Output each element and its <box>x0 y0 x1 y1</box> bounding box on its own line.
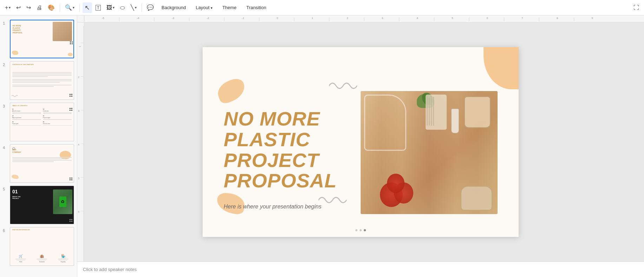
svg-text:-1: -1 <box>242 17 244 20</box>
maximize-button[interactable]: ⛶ <box>631 3 641 12</box>
layout-button[interactable]: Layout ▾ <box>191 3 217 12</box>
slide-thumb-content: TABLE OF CONTENTS 01About the project 04… <box>10 103 74 141</box>
svg-text:-5: -5 <box>102 17 105 20</box>
slide-thumb-content: CONTENTS OF THIS TEMPLATE <box>10 62 74 99</box>
slide-item[interactable]: 3 TABLE OF CONTENTS 01About the project … <box>0 101 77 143</box>
slide-thumbnail[interactable]: CONTENTS OF THIS TEMPLATE <box>10 61 74 100</box>
ruler-left-svg: 1 2 3 4 5 6 <box>77 26 84 262</box>
slide-thumb-content: WHAT WE ARE WORKING ON 🛒 Retail 🏨 <box>10 227 74 265</box>
title-line1: NO MORE <box>224 109 337 129</box>
ruler-left: 1 2 3 4 5 6 <box>77 22 84 262</box>
redo-icon: ↪ <box>26 4 31 11</box>
svg-text:3: 3 <box>78 110 79 112</box>
slide-title: NO MORE PLASTIC PROJECT PROPOSAL <box>224 109 337 191</box>
slide-thumbnail[interactable]: TABLE OF CONTENTS 01About the project 04… <box>10 103 74 141</box>
thumb-title: ABOUT THEPROJECT <box>12 196 20 199</box>
slide-thumb-content: NO MOREPLASTICPROJECTPROPOSAL <box>11 20 73 58</box>
speaker-notes-placeholder[interactable]: Click to add speaker notes <box>83 267 137 272</box>
slide-item[interactable]: 4 OURCOMPANY <box>0 143 77 184</box>
thumb-dots <box>70 41 73 44</box>
canvas-area[interactable]: 1 2 3 4 5 6 <box>77 22 644 262</box>
svg-text:6: 6 <box>78 211 79 213</box>
svg-text:1: 1 <box>79 46 81 47</box>
line-chevron: ▾ <box>135 6 137 9</box>
slide-thumbnail[interactable]: NO MOREPLASTICPROJECTPROPOSAL <box>10 20 74 58</box>
thumb-image: ♻ <box>53 189 72 214</box>
zoom-chevron: ▾ <box>73 6 74 9</box>
squiggle-top-center <box>329 79 357 91</box>
editor-area: -5 -4 -3 -2 -1 0 1 2 3 <box>77 15 644 277</box>
svg-text:6: 6 <box>487 17 488 20</box>
title-line4: PROPOSAL <box>224 170 337 191</box>
shape-button[interactable]: ⬭ <box>118 3 127 12</box>
transition-button[interactable]: Transition <box>242 3 271 12</box>
zoom-button[interactable]: 🔍 ▾ <box>63 3 77 12</box>
dot-3 <box>364 229 366 231</box>
thumb-dots <box>70 219 72 222</box>
slide-item[interactable]: 6 WHAT WE ARE WORKING ON 🛒 Retail 🏨 <box>0 226 77 267</box>
svg-text:-3: -3 <box>172 17 175 20</box>
slide-thumbnail[interactable]: WHAT WE ARE WORKING ON 🛒 Retail 🏨 <box>10 227 74 266</box>
divider-2 <box>79 4 80 12</box>
divider-1 <box>60 4 60 12</box>
slide-photo <box>361 91 498 214</box>
svg-text:2: 2 <box>347 17 348 20</box>
squiggle-bottom-center <box>318 193 347 205</box>
slides-panel: 1 NO MOREPLASTICPROJECTPROPOSAL <box>0 15 77 277</box>
maximize-icon: ⛶ <box>633 5 639 11</box>
text-frame-button[interactable]: T <box>93 4 103 12</box>
comment-button[interactable]: 💬 <box>145 3 156 12</box>
paint-button[interactable]: 🎨 <box>46 3 57 12</box>
ruler-marks: -5 -4 -3 -2 -1 0 1 2 3 <box>84 15 644 22</box>
thumb-dots <box>70 94 72 97</box>
slide-thumbnail[interactable]: 01 ABOUT THEPROJECT ♻ <box>10 186 74 224</box>
slide-item[interactable]: 5 01 ABOUT THEPROJECT ♻ <box>0 184 77 226</box>
slide-thumbnail[interactable]: OURCOMPANY <box>10 144 74 183</box>
thumb-title: CONTENTS OF THIS TEMPLATE <box>12 64 34 65</box>
slide-item[interactable]: 1 NO MOREPLASTICPROJECTPROPOSAL <box>0 18 77 60</box>
slide-thumb-content: 01 ABOUT THEPROJECT ♻ <box>10 186 74 224</box>
thumb-blob <box>68 53 73 56</box>
svg-text:3: 3 <box>382 17 383 20</box>
zoom-icon: 🔍 <box>65 4 72 11</box>
divider-3 <box>142 4 142 12</box>
redo-button[interactable]: ↪ <box>24 3 33 12</box>
slide-canvas[interactable]: NO MORE PLASTIC PROJECT PROPOSAL Here is… <box>203 47 519 237</box>
theme-button[interactable]: Theme <box>218 3 241 12</box>
thumb-squiggle <box>12 95 18 97</box>
svg-text:4: 4 <box>416 17 418 20</box>
thumb-dots <box>70 178 72 180</box>
cursor-button[interactable]: ↖ <box>83 2 92 13</box>
speaker-notes[interactable]: Click to add speaker notes <box>77 262 644 277</box>
slide-content: NO MORE PLASTIC PROJECT PROPOSAL Here is… <box>203 47 519 237</box>
line-button[interactable]: ╲ ▾ <box>129 3 139 12</box>
thumb-image <box>53 22 72 41</box>
thumb-lines <box>12 157 72 163</box>
blob-peach-top-left <box>215 76 248 105</box>
undo-button[interactable]: ↩ <box>14 3 23 12</box>
svg-text:2: 2 <box>78 76 79 78</box>
thumb-grid: 01About the project 04Growth plan 02Majo… <box>12 109 72 125</box>
svg-text:1: 1 <box>312 17 314 20</box>
thumb-title: WHAT WE ARE WORKING ON <box>12 229 30 231</box>
thumb-blob <box>12 175 19 179</box>
svg-text:9: 9 <box>592 17 593 20</box>
background-button[interactable]: Background <box>157 3 190 12</box>
svg-text:0: 0 <box>277 17 278 20</box>
slide-number: 1 <box>3 21 8 25</box>
slide-subtitle: Here is where your presentation begins <box>224 204 321 210</box>
layout-label: Layout <box>196 5 209 10</box>
add-button[interactable]: + ▾ <box>3 3 13 12</box>
slide-thumb-content: OURCOMPANY <box>10 144 74 182</box>
slide-number: 6 <box>3 228 8 233</box>
slide-dots-indicator <box>355 229 366 231</box>
layout-chevron: ▾ <box>211 6 212 10</box>
image-chevron: ▾ <box>113 6 114 9</box>
slide-number: 4 <box>3 146 8 150</box>
blob-peach-corner-tr <box>484 47 519 89</box>
image-button[interactable]: 🖼 ▾ <box>104 3 117 12</box>
dot-1 <box>355 229 357 231</box>
thumb-blob <box>12 51 18 55</box>
print-button[interactable]: 🖨 <box>34 3 44 12</box>
slide-item[interactable]: 2 CONTENTS OF THIS TEMPLATE <box>0 60 77 101</box>
